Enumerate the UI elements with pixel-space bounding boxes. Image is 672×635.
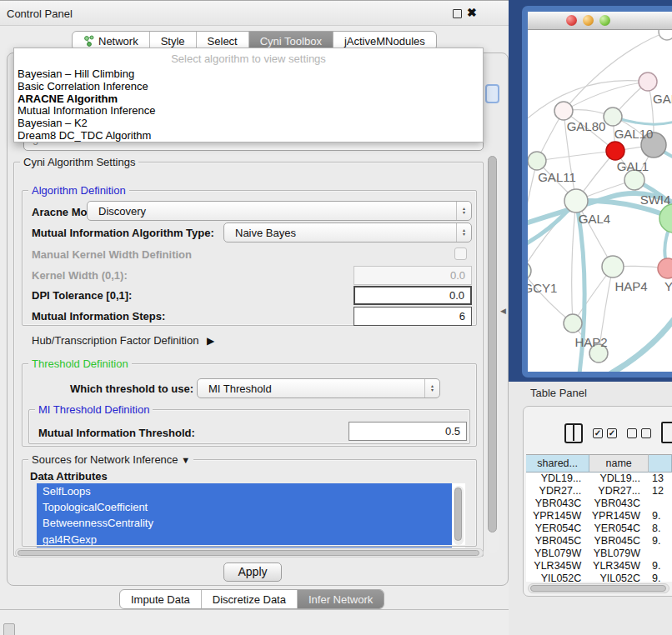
table-row[interactable]: YBL079WYBL079W: [526, 548, 672, 560]
table-cell: 13: [649, 472, 672, 485]
dpi-tolerance-value: 0.0: [449, 289, 464, 302]
combo-stepper-icon: ▴▾: [456, 223, 471, 242]
algorithm-option[interactable]: Dream8 DC_TDC Algorithm: [14, 130, 483, 142]
network-edge[interactable]: [572, 201, 576, 323]
column-header[interactable]: [649, 454, 672, 472]
node-top-partial[interactable]: [659, 30, 672, 40]
attributes-scrollbar-thumb[interactable]: [454, 488, 462, 541]
node-label: GAL11: [538, 170, 576, 184]
table-row[interactable]: YLR345WYLR345W9.: [526, 560, 672, 572]
node-red[interactable]: [606, 142, 624, 160]
panel-splitter-collapse-icon[interactable]: ◀: [500, 307, 506, 315]
mi-steps-value: 6: [459, 310, 465, 322]
table-cell: YLR345W: [526, 560, 589, 572]
network-edge[interactable]: [528, 271, 573, 323]
table-cell: YLR345W: [589, 560, 649, 572]
kernel-width-label: Kernel Width (0,1):: [32, 269, 128, 282]
which-threshold-value: MI Threshold: [198, 382, 424, 395]
network-icon: [83, 35, 94, 48]
node-label: GAL1: [617, 159, 649, 173]
network-view-window[interactable]: GAL2GAL80GAL10GAL1GAL11SWI4GAL4GCY1HAP4Y…: [522, 6, 672, 378]
combo-stepper-icon: ▴▾: [424, 379, 439, 398]
tab-infer-network[interactable]: Infer Network: [297, 590, 384, 608]
kernel-width-field[interactable]: 0.0: [354, 266, 472, 285]
settings-hscrollbar-thumb[interactable]: [18, 550, 479, 556]
float-window-icon[interactable]: [453, 9, 462, 18]
settings-vscrollbar[interactable]: [487, 153, 499, 553]
algorithm-option[interactable]: Bayesian – Hill Climbing: [14, 68, 483, 81]
network-window-titlebar[interactable]: [528, 12, 672, 30]
node-hap2[interactable]: [564, 314, 582, 332]
algorithm-option[interactable]: Basic Correlation Inference: [14, 81, 483, 93]
document-icon[interactable]: [661, 422, 672, 443]
dpi-tolerance-field[interactable]: 0.0: [354, 286, 472, 305]
table-cell: 12: [649, 485, 672, 498]
table-hscrollbar-thumb[interactable]: [530, 585, 666, 592]
column-header[interactable]: shared...: [526, 454, 589, 472]
table-cell: YER054C: [589, 522, 649, 535]
network-edge[interactable]: [537, 151, 615, 161]
mutual-information-threshold-field[interactable]: 0.5: [349, 422, 467, 441]
network-edge[interactable]: [528, 81, 648, 122]
close-panel-icon[interactable]: ✖: [467, 6, 477, 19]
node-gal80[interactable]: [554, 102, 573, 120]
tab-discretize-data[interactable]: Discretize Data: [201, 590, 297, 608]
table-row[interactable]: YER054CYER054C8.: [526, 522, 672, 535]
close-window-icon[interactable]: [566, 15, 577, 26]
node-label: Y: [664, 279, 672, 293]
table-row[interactable]: YPR145WYPR145W9.: [526, 510, 672, 522]
column-header[interactable]: name: [589, 454, 649, 472]
unchecked-checkbox-icon[interactable]: [641, 428, 651, 438]
node-gal11[interactable]: [528, 152, 546, 170]
table-cell: YBR045C: [526, 535, 589, 548]
which-threshold-combo[interactable]: MI Threshold ▴▾: [197, 378, 440, 398]
zoom-window-icon[interactable]: [599, 15, 610, 26]
node-gal10[interactable]: [604, 108, 622, 126]
settings-vscrollbar-thumb[interactable]: [488, 156, 497, 532]
split-table-icon[interactable]: [564, 423, 583, 443]
algorithm-option[interactable]: Mutual Information Inference: [14, 105, 483, 118]
table-cell: YDR27...: [589, 485, 649, 498]
hub-definition-label: Hub/Transcription Factor Definition: [32, 334, 198, 347]
algorithm-option[interactable]: ARACNE Algorithm: [14, 93, 483, 106]
table-row[interactable]: YDR27...YDR27...12: [526, 485, 672, 498]
hidden-panel-icon[interactable]: [3, 623, 15, 635]
table-cell: YDR27...: [526, 485, 589, 498]
mi-type-combo[interactable]: Naive Bayes ▴▾: [223, 222, 472, 242]
network-canvas[interactable]: GAL2GAL80GAL10GAL1GAL11SWI4GAL4GCY1HAP4Y…: [528, 30, 672, 372]
node-salmon[interactable]: [658, 258, 672, 278]
unchecked-checkbox-icon[interactable]: [627, 428, 637, 438]
table-hscrollbar[interactable]: [528, 583, 669, 593]
apply-button[interactable]: Apply: [223, 562, 282, 582]
table-row[interactable]: YBR045CYBR045C9.: [526, 535, 672, 548]
hub-definition-toggle[interactable]: Hub/Transcription Factor Definition ▶: [32, 334, 214, 347]
checked-checkbox-icon[interactable]: ✓: [607, 428, 617, 438]
node-green-large[interactable]: [659, 204, 672, 232]
table-cell: YDL19...: [589, 472, 649, 485]
application-screen: Control Panel ✖ NetworkStyleSelectCyni T…: [0, 0, 672, 635]
table-cell: 9.: [649, 510, 672, 522]
table-row[interactable]: YBR043CYBR043C: [526, 498, 672, 510]
combo-stepper-fragment: [485, 84, 499, 103]
node-gcy1[interactable]: [528, 262, 531, 280]
mi-steps-field[interactable]: 6: [354, 307, 472, 326]
table-cell: YBR045C: [589, 535, 649, 548]
aracne-mode-combo[interactable]: Discovery ▴▾: [87, 201, 472, 221]
tab-impute-data[interactable]: Impute Data: [120, 590, 201, 608]
node-label: GAL80: [567, 119, 606, 133]
sources-group-title[interactable]: Sources for Network Inference ▼: [28, 453, 193, 466]
node-hap4[interactable]: [602, 256, 624, 278]
minimize-window-icon[interactable]: [583, 15, 594, 26]
algorithm-option[interactable]: Bayesian – K2: [14, 118, 483, 130]
checked-checkbox-icon[interactable]: ✓: [593, 428, 603, 438]
manual-kernel-checkbox[interactable]: [454, 248, 467, 260]
table-row[interactable]: YIL052CYIL052C9.: [526, 572, 672, 582]
table-row[interactable]: YDL19...YDL19...13: [526, 472, 672, 485]
tab-label: Infer Network: [308, 593, 373, 606]
node-gal4[interactable]: [564, 189, 588, 212]
node-gal2[interactable]: [639, 72, 657, 91]
table-cell: YER054C: [526, 522, 589, 535]
attributes-scrollbar[interactable]: [454, 486, 464, 545]
network-edge-highlighted[interactable]: [611, 312, 672, 372]
settings-hscrollbar[interactable]: [15, 548, 484, 558]
